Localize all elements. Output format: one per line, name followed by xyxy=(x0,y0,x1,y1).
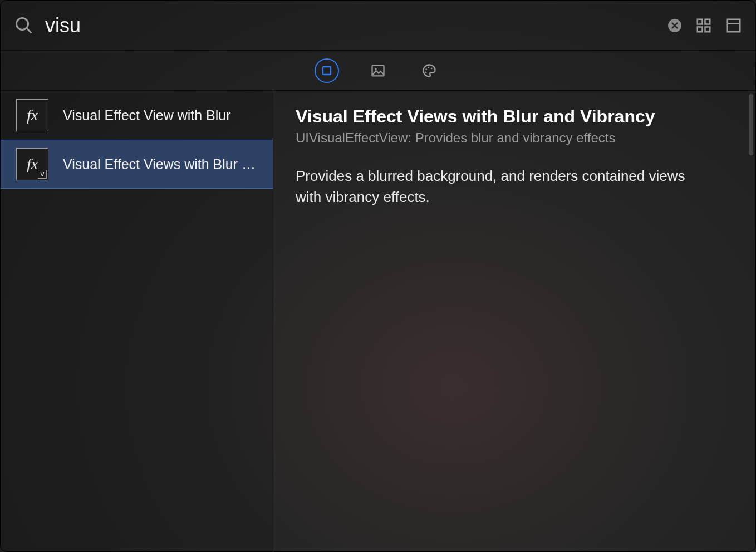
svg-point-0 xyxy=(17,18,28,29)
detail-title: Visual Effect Views with Blur and Vibran… xyxy=(296,106,733,127)
library-category-tabs xyxy=(1,51,755,91)
fx-vibrancy-icon: fx V xyxy=(16,148,48,180)
svg-rect-10 xyxy=(372,65,384,76)
list-item[interactable]: fx V Visual Effect Views with Blur and V… xyxy=(1,140,273,189)
search-input[interactable] xyxy=(45,14,656,37)
search-bar xyxy=(1,1,755,51)
main-split: fx Visual Effect View with Blur fx V Vis… xyxy=(1,91,755,551)
tab-objects[interactable] xyxy=(315,58,339,83)
svg-rect-9 xyxy=(323,67,331,75)
svg-rect-7 xyxy=(728,19,740,32)
detail-subtitle: UIVisualEffectView: Provides blur and vi… xyxy=(296,130,733,146)
svg-point-15 xyxy=(425,71,427,73)
svg-rect-5 xyxy=(698,27,703,32)
svg-rect-3 xyxy=(698,19,703,24)
list-item-label: Visual Effect Views with Blur and Vibran… xyxy=(63,156,257,172)
detail-view-icon[interactable] xyxy=(725,17,742,34)
svg-rect-6 xyxy=(705,27,710,32)
object-list: fx Visual Effect View with Blur fx V Vis… xyxy=(1,91,273,551)
fx-icon: fx xyxy=(16,99,48,131)
svg-point-11 xyxy=(375,68,377,70)
grid-view-icon[interactable] xyxy=(695,17,712,34)
svg-point-14 xyxy=(431,67,433,69)
clear-search-icon[interactable] xyxy=(667,18,682,33)
svg-rect-4 xyxy=(705,19,710,24)
detail-pane: Visual Effect Views with Blur and Vibran… xyxy=(273,91,755,551)
detail-description: Provides a blurred background, and rende… xyxy=(296,166,696,208)
list-item-label: Visual Effect View with Blur xyxy=(63,107,231,124)
scrollbar-thumb[interactable] xyxy=(749,94,753,155)
svg-line-1 xyxy=(27,28,32,33)
list-item[interactable]: fx Visual Effect View with Blur xyxy=(1,91,273,140)
svg-point-12 xyxy=(425,68,427,70)
search-icon xyxy=(14,16,34,36)
svg-point-13 xyxy=(428,66,429,68)
tab-colors[interactable] xyxy=(417,58,441,83)
tab-media[interactable] xyxy=(366,58,390,83)
